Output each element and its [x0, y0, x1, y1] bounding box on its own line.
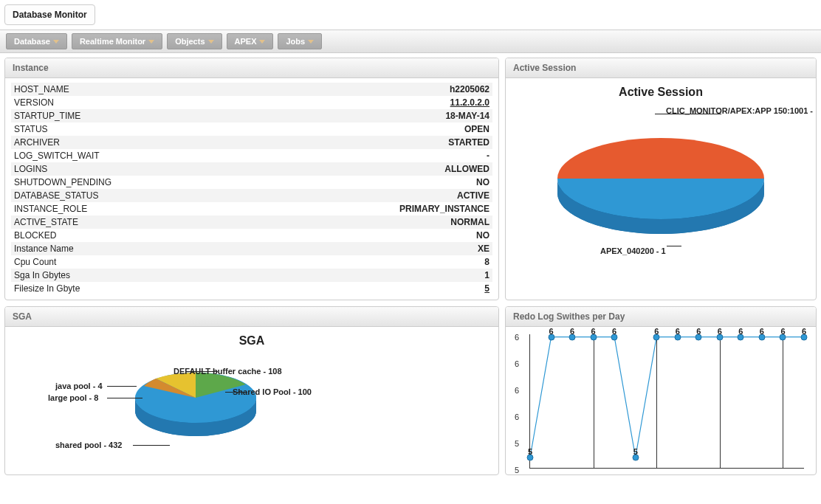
menu-label: Objects: [175, 37, 205, 46]
panel-title: Instance: [5, 58, 498, 78]
line-point-label: 5: [633, 446, 638, 455]
line-point-label: 6: [570, 327, 574, 335]
instance-row: Filesize In Gbyte5: [11, 282, 492, 295]
instance-row: SHUTDOWN_PENDINGNO: [11, 176, 492, 189]
instance-key: STATUS: [14, 124, 48, 134]
instance-value[interactable]: 5: [484, 283, 489, 294]
instance-key: BLOCKED: [14, 230, 56, 241]
instance-key: LOG_SWITCH_WAIT: [14, 151, 100, 161]
instance-value: -: [487, 151, 489, 161]
active-session-pie-chart: [550, 105, 772, 252]
line-point-label: 5: [528, 446, 532, 455]
chart-title: SGA: [11, 334, 492, 348]
line-point-label: 6: [654, 327, 659, 335]
instance-row: Cpu Count8: [11, 255, 492, 269]
line-point-label: 6: [676, 327, 680, 335]
instance-row: HOST_NAMEh2205062: [11, 83, 492, 96]
instance-value: PRIMARY_INSTANCE: [399, 204, 489, 214]
instance-row: ACTIVE_STATENORMAL: [11, 215, 492, 229]
sga-panel: SGA SGA: [4, 306, 499, 475]
line-point-label: 6: [591, 327, 596, 335]
instance-row: STARTUP_TIME18-MAY-14: [11, 109, 492, 122]
instance-row: STATUSOPEN: [11, 122, 492, 136]
instance-row: LOG_SWITCH_WAIT-: [11, 149, 492, 162]
app-title-button[interactable]: Database Monitor: [4, 4, 95, 25]
instance-value: NO: [476, 177, 489, 187]
pie-label-bottom: APEX_040200 - 1: [600, 246, 666, 255]
instance-key: INSTANCE_ROLE: [14, 204, 87, 214]
instance-value: OPEN: [464, 124, 489, 134]
instance-key: HOST_NAME: [14, 84, 69, 94]
redo-log-panel: Redo Log Swithes per Day 6 6 6 6 5 5 566…: [505, 306, 817, 475]
menu-label: APEX: [235, 37, 257, 46]
instance-value: NORMAL: [450, 217, 489, 227]
panel-title: Redo Log Swithes per Day: [506, 307, 816, 327]
chevron-down-icon: [308, 40, 314, 44]
chevron-down-icon: [208, 40, 214, 44]
pie-label-large: large pool - 8: [48, 393, 98, 402]
menu-apex[interactable]: APEX: [227, 33, 274, 49]
chart-title: Active Session: [512, 86, 810, 99]
instance-value: h2205062: [450, 84, 489, 94]
instance-table: HOST_NAMEh2205062VERSION11.2.0.2.0STARTU…: [5, 78, 498, 300]
instance-value: STARTED: [448, 137, 489, 148]
instance-key: DATABASE_STATUS: [14, 190, 98, 201]
menu-label: Jobs: [286, 37, 305, 46]
instance-value[interactable]: 11.2.0.2.0: [450, 97, 489, 108]
menu-objects[interactable]: Objects: [167, 33, 221, 49]
instance-row: DATABASE_STATUSACTIVE: [11, 189, 492, 202]
instance-key: Filesize In Gbyte: [14, 283, 80, 294]
instance-row: Instance NameXE: [11, 242, 492, 255]
chevron-down-icon: [53, 40, 59, 44]
instance-row: LOGINSALLOWED: [11, 162, 492, 176]
main-menubar: Database Realtime Monitor Objects APEX J…: [0, 30, 821, 53]
line-point-label: 6: [738, 327, 743, 335]
menu-database[interactable]: Database: [6, 33, 67, 49]
chevron-down-icon: [259, 40, 265, 44]
instance-value: 18-MAY-14: [445, 111, 489, 121]
instance-value: NO: [476, 230, 489, 241]
instance-panel: Instance HOST_NAMEh2205062VERSION11.2.0.…: [4, 58, 499, 300]
line-point-label: 6: [802, 327, 806, 335]
instance-value: ALLOWED: [444, 164, 489, 174]
line-point-label: 6: [549, 327, 553, 335]
chevron-down-icon: [148, 40, 154, 44]
active-session-panel: Active Session Active Session CLIC_MONIT…: [505, 58, 817, 300]
menu-label: Realtime Monitor: [80, 37, 145, 46]
panel-title: Active Session: [506, 58, 816, 78]
line-point-label: 6: [612, 327, 616, 335]
redo-line-chart: 6 6 6 6 5 5 56666566666666 2014-05-22 20…: [515, 334, 807, 474]
pie-label-shared-pool: shared pool - 432: [55, 441, 122, 449]
instance-key: ARCHIVER: [14, 137, 60, 148]
menu-jobs[interactable]: Jobs: [278, 33, 322, 49]
instance-key: Instance Name: [14, 244, 74, 254]
instance-value: 8: [484, 257, 489, 267]
instance-key: Cpu Count: [14, 257, 56, 267]
instance-key: SHUTDOWN_PENDING: [14, 177, 111, 187]
instance-row: BLOCKEDNO: [11, 229, 492, 242]
instance-key: STARTUP_TIME: [14, 111, 80, 121]
line-point-label: 6: [718, 327, 722, 335]
instance-value: 1: [484, 270, 489, 280]
instance-row: INSTANCE_ROLEPRIMARY_INSTANCE: [11, 202, 492, 215]
pie-label-java: java pool - 4: [55, 382, 103, 390]
instance-row: ARCHIVERSTARTED: [11, 136, 492, 149]
instance-key: VERSION: [14, 97, 54, 108]
instance-key: Sga In Gbytes: [14, 270, 70, 280]
panel-title: SGA: [5, 307, 498, 327]
menu-label: Database: [14, 37, 50, 46]
instance-value: ACTIVE: [457, 190, 489, 201]
menu-realtime-monitor[interactable]: Realtime Monitor: [72, 33, 162, 49]
instance-row: VERSION11.2.0.2.0: [11, 96, 492, 109]
line-point-label: 6: [780, 327, 785, 335]
line-point-label: 6: [760, 327, 764, 335]
instance-key: ACTIVE_STATE: [14, 217, 78, 227]
instance-key: LOGINS: [14, 164, 47, 174]
instance-value: XE: [478, 244, 489, 254]
instance-row: Sga In Gbytes1: [11, 269, 492, 282]
line-point-label: 6: [696, 327, 701, 335]
